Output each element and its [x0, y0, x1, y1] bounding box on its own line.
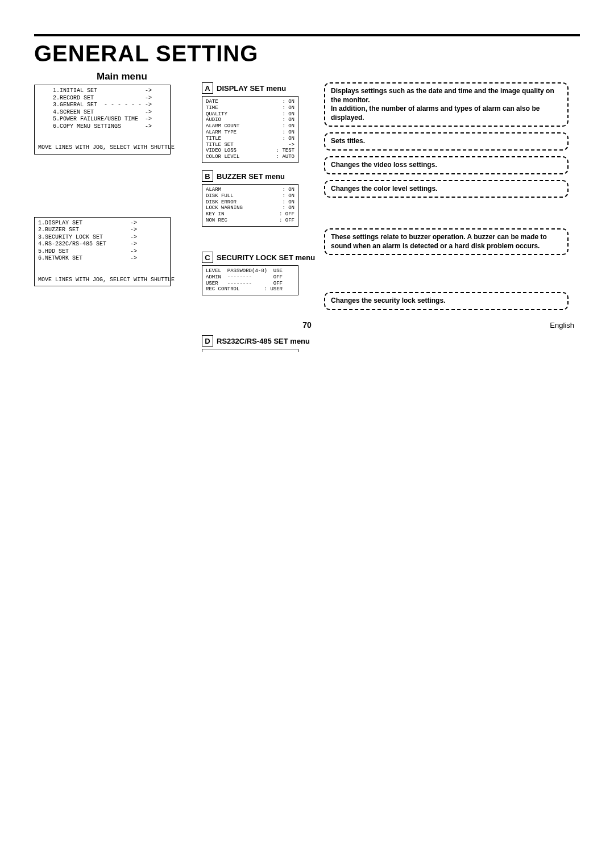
osd-main-menu: 1.INITIAL SET -> 2.RECORD SET -> 3.GENER… — [34, 85, 171, 155]
section-title-B: BBUZZER SET menu — [202, 170, 298, 182]
main-menu-label: Main menu — [97, 71, 182, 82]
section-title-D: DRS232C/RS-485 SET menu — [202, 335, 310, 347]
osd-B: ALARM: ONDISK FULL: ONDISK ERROR: ONLOCK… — [202, 184, 298, 227]
callout-3: Changes the color level settings. — [324, 180, 569, 198]
callout-1: Sets titles. — [324, 132, 569, 151]
page-title: GENERAL SETTING — [34, 41, 580, 66]
osd-A: DATE: ONTIME: ONQUALITY: ONAUDIO: ONALAR… — [202, 96, 298, 163]
osd-D: CONTROL: RS-232CDATA SPEED: 19200STATUS … — [202, 349, 298, 352]
language-label: English — [550, 321, 574, 329]
osd-C: LEVEL PASSWORD(4-8) USEADMIN -------- OF… — [202, 265, 298, 295]
section-title-A: ADISPLAY SET menu — [202, 82, 298, 94]
osd-general-set: 1.DISPLAY SET -> 2.BUZZER SET -> 3.SECUR… — [34, 217, 171, 287]
callout-5: Changes the security lock settings. — [324, 292, 569, 310]
section-title-C: CSECURITY LOCK SET menu — [202, 252, 315, 263]
callout-4: These settings relate to buzzer operatio… — [324, 228, 569, 255]
callout-0: Displays settings such as the date and t… — [324, 82, 569, 127]
callout-2: Changes the video loss settings. — [324, 156, 569, 174]
